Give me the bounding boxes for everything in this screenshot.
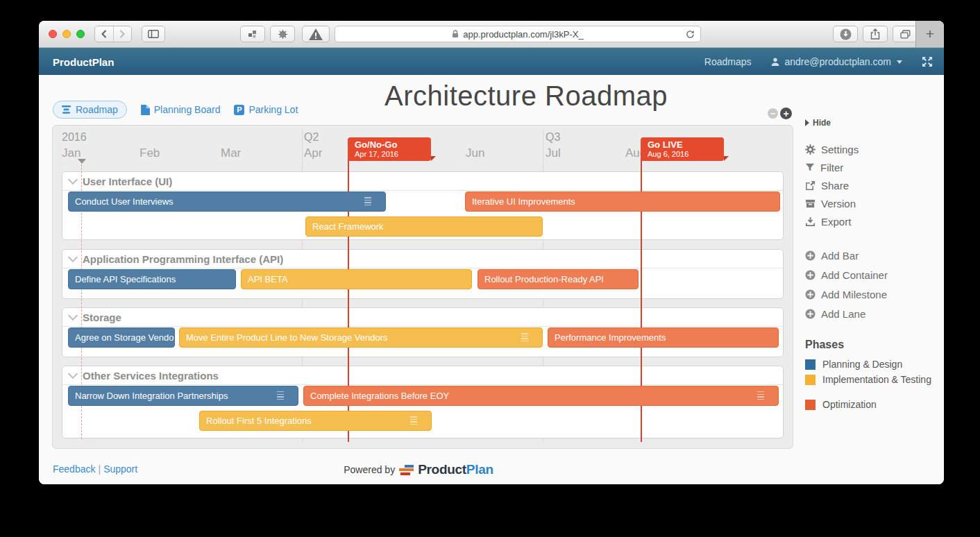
download-circle-icon <box>840 28 852 40</box>
zoom-window-button[interactable] <box>76 30 85 38</box>
month-label: Mar <box>221 146 241 160</box>
history-nav-buttons <box>94 26 132 42</box>
sidebar-item-version[interactable]: Version <box>805 194 859 212</box>
sidebar-item-add-bar[interactable]: Add Bar <box>805 246 888 265</box>
tab-parking-lot[interactable]: P Parking Lot <box>234 104 298 115</box>
roadmap-bar[interactable]: Iterative UI Improvements <box>465 191 780 212</box>
chevron-down-icon[interactable] <box>68 252 78 262</box>
productplan-logo-icon <box>399 465 414 475</box>
sidebar-item-export[interactable]: Export <box>805 212 859 230</box>
hide-sidebar-toggle[interactable]: Hide <box>805 118 831 128</box>
zoom-in-button[interactable]: + <box>780 108 792 119</box>
tabs-icon <box>900 30 911 39</box>
roadmap-bar[interactable]: Move Entire Product Line to New Storage … <box>179 327 543 348</box>
planning-board-icon <box>141 105 150 115</box>
drag-grip-icon[interactable] <box>521 333 528 342</box>
sidebar-item-settings[interactable]: Settings <box>805 140 859 158</box>
roadmap-bar[interactable]: API BETA <box>241 269 472 289</box>
user-menu[interactable]: andre@productplan.com <box>770 56 902 67</box>
version-icon <box>805 198 816 209</box>
fullscreen-button[interactable] <box>922 56 933 67</box>
sidebar-item-share[interactable]: Share <box>805 176 859 194</box>
parking-lot-icon: P <box>234 105 244 115</box>
sidebar-item-label: Export <box>821 216 851 228</box>
drag-grip-icon[interactable] <box>757 391 764 400</box>
close-window-button[interactable] <box>49 30 57 38</box>
phases-title: Phases <box>805 339 931 351</box>
tab-overview-button[interactable] <box>893 26 918 42</box>
extension-squares-button[interactable] <box>240 26 265 42</box>
milestone-flag[interactable]: Go LIVEAug 6, 2016 <box>641 137 724 161</box>
drag-grip-icon[interactable] <box>364 197 371 206</box>
roadmap-bar[interactable]: Narrow Down Integration Partnerships <box>68 386 298 406</box>
address-bar[interactable]: app.productplan.com/jl3kP-X_ <box>335 26 701 42</box>
zoom-controls: − + <box>768 108 792 119</box>
roadmap-bar[interactable]: Rollout First 5 Integrations <box>199 411 432 431</box>
lane-header: User Interface (UI) <box>62 172 783 191</box>
quarter-label: Q2 <box>304 131 319 144</box>
sidebar-toggle-button[interactable] <box>142 26 165 42</box>
milestone-date: Apr 17, 2016 <box>355 150 424 159</box>
nav-roadmaps-link[interactable]: Roadmaps <box>704 56 752 67</box>
sidebar-item-add-milestone[interactable]: Add Milestone <box>805 284 888 304</box>
sidebar-item-label: Add Milestone <box>821 289 887 300</box>
page-title: Architecture Roadmap <box>342 80 710 112</box>
sidebar-item-filter[interactable]: Filter <box>805 158 859 176</box>
legend-label: Optimization <box>822 399 877 410</box>
window-controls <box>49 30 85 38</box>
lane: StorageAgree on Storage VendoMove Entire… <box>62 307 784 357</box>
roadmap-bar[interactable]: Performance Improvements <box>548 327 779 348</box>
browser-window: app.productplan.com/jl3kP-X_ + ProductPl… <box>39 21 944 484</box>
year-label: 2016 <box>62 131 87 144</box>
sidebar-actions: SettingsFilterShareVersionExport <box>805 140 859 230</box>
new-tab-button[interactable]: + <box>915 21 944 47</box>
phases-legend: Phases Planning & DesignImplementation &… <box>805 339 931 412</box>
chevron-down-icon[interactable] <box>68 368 78 378</box>
minimize-window-button[interactable] <box>62 30 71 38</box>
content-area: Architecture Roadmap Roadmap Planning Bo… <box>39 75 944 484</box>
share-page-button[interactable] <box>863 26 888 42</box>
tab-planning-board[interactable]: Planning Board <box>141 104 221 115</box>
extension-warning-button[interactable] <box>302 26 330 42</box>
milestone-flag[interactable]: Go/No-GoApr 17, 2016 <box>348 137 431 161</box>
roadmap-bar[interactable]: Agree on Storage Vendo <box>68 327 175 348</box>
lane: Other Services IntegrationsNarrow Down I… <box>62 366 784 438</box>
roadmap-bar[interactable]: Rollout Production-Ready API <box>478 269 639 289</box>
powered-by[interactable]: Powered by ProductPlan <box>39 462 798 477</box>
roadmap-bar[interactable]: Conduct User Interviews <box>68 191 386 212</box>
zoom-out-button[interactable]: − <box>768 108 778 119</box>
reload-button[interactable] <box>686 30 695 39</box>
lane: User Interface (UI)Conduct User Intervie… <box>62 171 784 240</box>
roadmap-bar[interactable]: Define API Specifications <box>68 269 236 289</box>
sidebar-item-add-lane[interactable]: Add Lane <box>805 304 888 323</box>
chevron-down-icon[interactable] <box>68 310 78 320</box>
back-button[interactable] <box>95 26 114 42</box>
roadmap-bar[interactable]: React Framework <box>305 216 543 237</box>
bug-icon <box>278 29 288 40</box>
roadmap-bar[interactable]: Complete Integrations Before EOY <box>303 386 779 406</box>
drag-grip-icon[interactable] <box>277 391 284 400</box>
legend-label: Implementation & Testing <box>822 374 931 385</box>
tab-roadmap[interactable]: Roadmap <box>53 101 127 119</box>
lane-title: Storage <box>83 312 121 323</box>
lane-title: Application Programming Interface (API) <box>83 253 283 265</box>
brand-logo[interactable]: ProductPlan <box>53 56 114 68</box>
drag-grip-icon[interactable] <box>410 416 417 425</box>
chevron-down-icon[interactable] <box>68 174 78 184</box>
milestone-title: Go/No-Go <box>355 139 424 150</box>
expand-arrows-icon <box>922 56 933 67</box>
person-icon <box>770 57 780 67</box>
browser-toolbar: app.productplan.com/jl3kP-X_ + <box>39 21 944 48</box>
sidebar-item-add-container[interactable]: Add Container <box>805 265 888 284</box>
plus-circle-icon <box>805 309 816 319</box>
downloads-button[interactable] <box>833 26 858 42</box>
forward-button[interactable] <box>114 26 132 42</box>
lane-title: Other Services Integrations <box>83 370 219 382</box>
legend-swatch <box>805 400 816 410</box>
extension-bug-button[interactable] <box>270 26 295 42</box>
month-label: Feb <box>140 146 160 160</box>
sidebar-item-label: Version <box>821 198 856 210</box>
month-label: Jun <box>466 146 484 160</box>
legend-swatch <box>805 359 816 370</box>
view-tabs: Roadmap Planning Board P Parking Lot <box>53 101 298 119</box>
